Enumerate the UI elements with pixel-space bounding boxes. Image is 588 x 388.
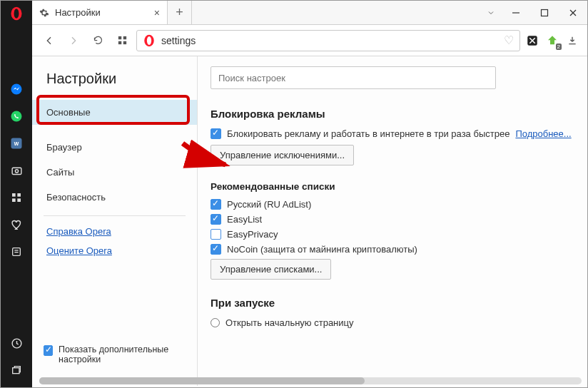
svg-rect-22 [123, 36, 126, 39]
adblock-more-link[interactable]: Подробнее... [515, 128, 571, 139]
tabs-icon[interactable] [9, 363, 24, 377]
adblock-enable-checkbox[interactable] [211, 128, 221, 139]
forward-button[interactable] [64, 31, 83, 51]
nav-item-security[interactable]: Безопасность [32, 185, 197, 210]
extension-icon-1[interactable] [524, 33, 540, 48]
toolbar: ♡ 2 [32, 25, 587, 56]
section-startup-title: При запуске [211, 297, 573, 309]
list-easylist-checkbox[interactable] [211, 214, 221, 225]
recommended-lists-title: Рекомендованные списки [211, 181, 573, 192]
gear-icon [39, 8, 49, 18]
svg-rect-24 [123, 41, 126, 44]
nav-item-sites[interactable]: Сайты [32, 160, 197, 185]
whatsapp-icon[interactable] [9, 109, 24, 123]
svg-rect-6 [12, 168, 21, 174]
manage-lists-button[interactable]: Управление списками... [211, 259, 331, 280]
svg-point-7 [15, 169, 18, 172]
settings-content: Настройки Основные Браузер Сайты Безопас… [32, 56, 586, 386]
opera-badge-icon [143, 34, 156, 47]
bookmark-heart-icon[interactable]: ♡ [504, 34, 514, 47]
minimize-button[interactable] [502, 1, 530, 25]
svg-rect-16 [13, 368, 19, 374]
svg-point-1 [14, 9, 19, 18]
svg-rect-11 [17, 198, 21, 202]
nav-item-browser[interactable]: Браузер [32, 135, 197, 160]
reload-button[interactable] [88, 31, 108, 51]
settings-header: Настройки [32, 66, 197, 100]
tab-strip: Настройки × + [32, 1, 587, 25]
heart-icon[interactable] [9, 218, 24, 232]
vk-icon[interactable]: w [9, 136, 24, 150]
browser-left-rail: w [1, 1, 32, 387]
maximize-button[interactable] [530, 1, 559, 25]
section-adblock-title: Блокировка рекламы [211, 108, 573, 120]
extension-icon-2[interactable]: 2 [544, 33, 560, 48]
svg-rect-21 [118, 36, 121, 39]
messenger-icon[interactable] [9, 82, 24, 96]
tab-menu-caret-icon[interactable] [480, 1, 502, 24]
manage-exceptions-button[interactable]: Управление исключениями... [211, 145, 354, 165]
startup-radio-0[interactable] [211, 318, 220, 327]
settings-pane: Блокировка рекламы Блокировать рекламу и… [198, 56, 586, 386]
startup-option-0[interactable]: Открыть начальную страницу [211, 317, 573, 328]
back-button[interactable] [39, 31, 59, 51]
settings-search-input[interactable] [211, 66, 496, 89]
news-icon[interactable] [9, 245, 24, 259]
address-bar[interactable]: ♡ [136, 30, 520, 51]
svg-text:w: w [14, 141, 19, 147]
svg-rect-10 [12, 198, 16, 202]
list-nocoin-checkbox[interactable] [211, 244, 221, 255]
close-icon[interactable]: × [154, 7, 160, 19]
svg-point-26 [147, 36, 151, 45]
nav-item-basic[interactable]: Основные [32, 100, 197, 125]
svg-point-3 [11, 111, 22, 122]
start-page-button[interactable] [112, 31, 132, 51]
tab-title: Настройки [55, 7, 101, 18]
adblock-enable-row: Блокировать рекламу и работать в интерне… [211, 128, 573, 139]
new-tab-button[interactable]: + [168, 1, 192, 24]
nav-link-rate[interactable]: Оцените Opera [32, 241, 197, 260]
scrollbar-thumb[interactable] [39, 377, 365, 384]
show-extra-settings-checkbox[interactable]: Показать дополнительные настройки [44, 344, 190, 364]
close-window-button[interactable] [559, 1, 587, 25]
horizontal-scrollbar[interactable] [39, 377, 582, 384]
nav-link-help[interactable]: Справка Opera [32, 222, 197, 241]
show-extra-settings-input[interactable] [44, 345, 53, 356]
svg-rect-9 [17, 193, 21, 197]
history-icon[interactable] [9, 336, 24, 350]
window-controls [502, 1, 587, 24]
list-ru-adlist-checkbox[interactable] [211, 199, 221, 210]
settings-nav: Настройки Основные Браузер Сайты Безопас… [32, 56, 198, 386]
adblock-enable-label: Блокировать рекламу и работать в интерне… [227, 128, 510, 139]
svg-rect-18 [542, 9, 548, 16]
address-input[interactable] [161, 35, 504, 46]
speed-dial-icon[interactable] [9, 190, 24, 205]
list-easyprivacy-checkbox[interactable] [211, 229, 221, 240]
tab-settings[interactable]: Настройки × [32, 1, 168, 24]
snapshot-icon[interactable] [9, 163, 24, 178]
svg-rect-8 [12, 193, 16, 197]
svg-rect-23 [118, 41, 121, 44]
downloads-icon[interactable] [564, 33, 580, 48]
opera-menu-icon[interactable] [9, 6, 24, 21]
